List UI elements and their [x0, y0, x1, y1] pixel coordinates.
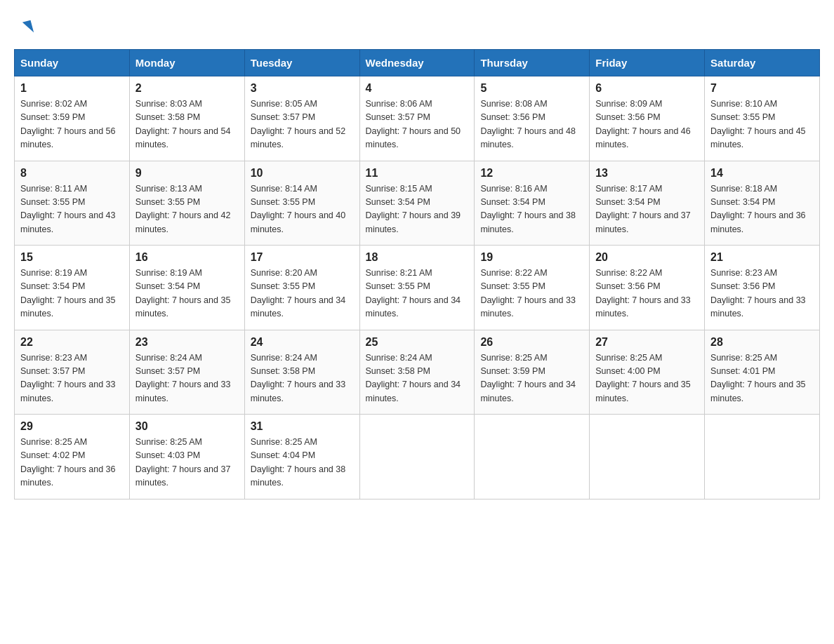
header-monday: Monday [129, 50, 244, 76]
calendar-cell: 27Sunrise: 8:25 AMSunset: 4:00 PMDayligh… [590, 330, 705, 415]
day-info: Sunrise: 8:03 AMSunset: 3:58 PMDaylight:… [135, 98, 239, 152]
day-info: Sunrise: 8:02 AMSunset: 3:59 PMDaylight:… [20, 98, 124, 152]
day-info: Sunrise: 8:25 AMSunset: 4:03 PMDaylight:… [135, 436, 239, 490]
calendar-cell: 14Sunrise: 8:18 AMSunset: 3:54 PMDayligh… [705, 161, 820, 246]
day-info: Sunrise: 8:25 AMSunset: 4:04 PMDaylight:… [251, 436, 354, 490]
calendar-cell [705, 415, 820, 499]
header-wednesday: Wednesday [359, 50, 475, 76]
day-number: 30 [135, 420, 239, 433]
day-info: Sunrise: 8:22 AMSunset: 3:56 PMDaylight:… [595, 267, 699, 321]
week-row-5: 29Sunrise: 8:25 AMSunset: 4:02 PMDayligh… [15, 415, 820, 499]
day-info: Sunrise: 8:19 AMSunset: 3:54 PMDaylight:… [135, 267, 239, 321]
day-number: 9 [135, 167, 239, 180]
day-info: Sunrise: 8:15 AMSunset: 3:54 PMDaylight:… [366, 182, 469, 237]
calendar-cell: 25Sunrise: 8:24 AMSunset: 3:58 PMDayligh… [359, 330, 475, 415]
day-number: 29 [20, 420, 124, 433]
day-info: Sunrise: 8:23 AMSunset: 3:57 PMDaylight:… [20, 351, 124, 406]
day-info: Sunrise: 8:13 AMSunset: 3:55 PMDaylight:… [135, 182, 239, 237]
day-number: 28 [710, 336, 814, 349]
day-number: 16 [135, 251, 239, 264]
day-number: 17 [251, 251, 354, 264]
day-number: 27 [595, 336, 699, 349]
day-number: 11 [366, 167, 469, 180]
logo-blue-text [21, 21, 32, 35]
day-info: Sunrise: 8:08 AMSunset: 3:56 PMDaylight:… [480, 98, 583, 152]
day-number: 18 [366, 251, 469, 264]
day-info: Sunrise: 8:24 AMSunset: 3:58 PMDaylight:… [251, 351, 354, 406]
calendar-cell: 2Sunrise: 8:03 AMSunset: 3:58 PMDaylight… [129, 76, 244, 161]
header-thursday: Thursday [475, 50, 590, 76]
day-info: Sunrise: 8:10 AMSunset: 3:55 PMDaylight:… [710, 98, 814, 152]
day-number: 10 [251, 167, 354, 180]
calendar-cell: 1Sunrise: 8:02 AMSunset: 3:59 PMDaylight… [15, 76, 130, 161]
day-number: 26 [480, 336, 583, 349]
day-number: 21 [710, 251, 814, 264]
calendar-cell: 29Sunrise: 8:25 AMSunset: 4:02 PMDayligh… [15, 415, 130, 499]
day-number: 3 [251, 82, 354, 95]
calendar-cell: 10Sunrise: 8:14 AMSunset: 3:55 PMDayligh… [244, 161, 359, 246]
day-number: 7 [710, 82, 814, 95]
day-number: 8 [20, 167, 124, 180]
day-info: Sunrise: 8:25 AMSunset: 4:01 PMDaylight:… [710, 351, 814, 406]
calendar-cell [590, 415, 705, 499]
day-number: 12 [480, 167, 583, 180]
day-info: Sunrise: 8:23 AMSunset: 3:56 PMDaylight:… [710, 267, 814, 321]
day-info: Sunrise: 8:19 AMSunset: 3:54 PMDaylight:… [20, 267, 124, 321]
calendar-cell: 21Sunrise: 8:23 AMSunset: 3:56 PMDayligh… [705, 246, 820, 330]
day-info: Sunrise: 8:14 AMSunset: 3:55 PMDaylight:… [251, 182, 354, 237]
calendar-cell: 20Sunrise: 8:22 AMSunset: 3:56 PMDayligh… [590, 246, 705, 330]
calendar-cell: 15Sunrise: 8:19 AMSunset: 3:54 PMDayligh… [15, 246, 130, 330]
calendar-cell: 30Sunrise: 8:25 AMSunset: 4:03 PMDayligh… [129, 415, 244, 499]
header-tuesday: Tuesday [244, 50, 359, 76]
page-header [14, 14, 820, 35]
day-number: 15 [20, 251, 124, 264]
calendar-header-row: SundayMondayTuesdayWednesdayThursdayFrid… [15, 50, 820, 76]
day-info: Sunrise: 8:22 AMSunset: 3:55 PMDaylight:… [480, 267, 583, 321]
day-number: 1 [20, 82, 124, 95]
calendar-cell: 19Sunrise: 8:22 AMSunset: 3:55 PMDayligh… [475, 246, 590, 330]
calendar-cell: 6Sunrise: 8:09 AMSunset: 3:56 PMDaylight… [590, 76, 705, 161]
day-number: 25 [366, 336, 469, 349]
calendar-cell: 13Sunrise: 8:17 AMSunset: 3:54 PMDayligh… [590, 161, 705, 246]
day-number: 13 [595, 167, 699, 180]
day-number: 20 [595, 251, 699, 264]
week-row-3: 15Sunrise: 8:19 AMSunset: 3:54 PMDayligh… [15, 246, 820, 330]
day-info: Sunrise: 8:11 AMSunset: 3:55 PMDaylight:… [20, 182, 124, 237]
calendar-cell: 12Sunrise: 8:16 AMSunset: 3:54 PMDayligh… [475, 161, 590, 246]
day-number: 2 [135, 82, 239, 95]
day-info: Sunrise: 8:06 AMSunset: 3:57 PMDaylight:… [366, 98, 469, 152]
calendar-cell: 22Sunrise: 8:23 AMSunset: 3:57 PMDayligh… [15, 330, 130, 415]
calendar-cell: 28Sunrise: 8:25 AMSunset: 4:01 PMDayligh… [705, 330, 820, 415]
calendar-cell: 26Sunrise: 8:25 AMSunset: 3:59 PMDayligh… [475, 330, 590, 415]
calendar-cell: 24Sunrise: 8:24 AMSunset: 3:58 PMDayligh… [244, 330, 359, 415]
calendar-cell [359, 415, 475, 499]
logo [21, 21, 32, 35]
day-number: 6 [595, 82, 699, 95]
day-info: Sunrise: 8:21 AMSunset: 3:55 PMDaylight:… [366, 267, 469, 321]
calendar-cell: 31Sunrise: 8:25 AMSunset: 4:04 PMDayligh… [244, 415, 359, 499]
day-info: Sunrise: 8:24 AMSunset: 3:58 PMDaylight:… [366, 351, 469, 406]
calendar-cell: 8Sunrise: 8:11 AMSunset: 3:55 PMDaylight… [15, 161, 130, 246]
day-info: Sunrise: 8:25 AMSunset: 3:59 PMDaylight:… [480, 351, 583, 406]
day-info: Sunrise: 8:05 AMSunset: 3:57 PMDaylight:… [251, 98, 354, 152]
calendar-cell: 4Sunrise: 8:06 AMSunset: 3:57 PMDaylight… [359, 76, 475, 161]
week-row-1: 1Sunrise: 8:02 AMSunset: 3:59 PMDaylight… [15, 76, 820, 161]
calendar-cell [475, 415, 590, 499]
calendar-cell: 9Sunrise: 8:13 AMSunset: 3:55 PMDaylight… [129, 161, 244, 246]
day-number: 5 [480, 82, 583, 95]
day-number: 23 [135, 336, 239, 349]
day-info: Sunrise: 8:25 AMSunset: 4:02 PMDaylight:… [20, 436, 124, 490]
day-info: Sunrise: 8:25 AMSunset: 4:00 PMDaylight:… [595, 351, 699, 406]
header-friday: Friday [590, 50, 705, 76]
day-number: 4 [366, 82, 469, 95]
week-row-2: 8Sunrise: 8:11 AMSunset: 3:55 PMDaylight… [15, 161, 820, 246]
day-info: Sunrise: 8:17 AMSunset: 3:54 PMDaylight:… [595, 182, 699, 237]
calendar-cell: 3Sunrise: 8:05 AMSunset: 3:57 PMDaylight… [244, 76, 359, 161]
week-row-4: 22Sunrise: 8:23 AMSunset: 3:57 PMDayligh… [15, 330, 820, 415]
calendar-cell: 5Sunrise: 8:08 AMSunset: 3:56 PMDaylight… [475, 76, 590, 161]
calendar-cell: 7Sunrise: 8:10 AMSunset: 3:55 PMDaylight… [705, 76, 820, 161]
day-number: 14 [710, 167, 814, 180]
day-info: Sunrise: 8:18 AMSunset: 3:54 PMDaylight:… [710, 182, 814, 237]
calendar-cell: 23Sunrise: 8:24 AMSunset: 3:57 PMDayligh… [129, 330, 244, 415]
day-info: Sunrise: 8:24 AMSunset: 3:57 PMDaylight:… [135, 351, 239, 406]
